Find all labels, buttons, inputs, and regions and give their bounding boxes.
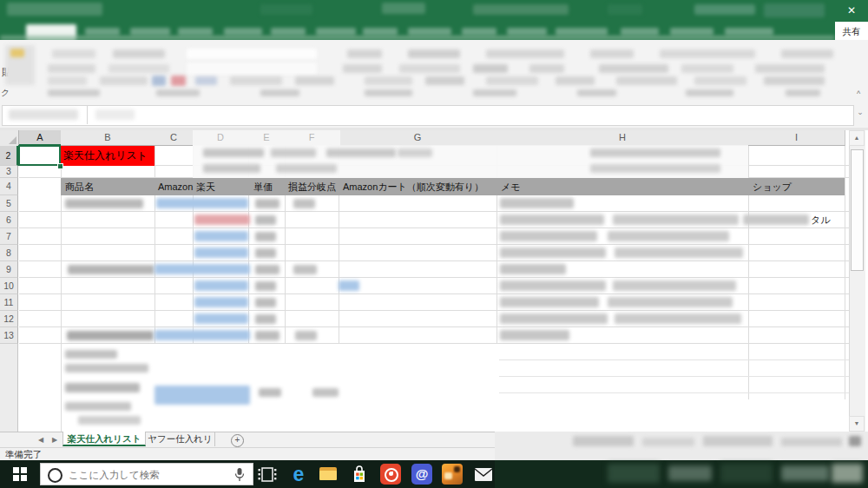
row-header-6[interactable]: 6 [0, 212, 18, 228]
redacted-blob [152, 76, 166, 86]
selected-cell-a2[interactable] [18, 145, 61, 166]
start-button[interactable] [0, 460, 40, 488]
redacted-blob [781, 438, 842, 446]
redacted-blob [48, 76, 87, 85]
color-app-button[interactable] [440, 464, 464, 485]
redacted-ribbon-tab[interactable] [408, 28, 451, 36]
redacted-name-box[interactable] [9, 109, 78, 120]
redacted-blob [259, 388, 281, 397]
redacted-cell-text [608, 297, 733, 307]
row-header-8[interactable]: 8 [0, 245, 18, 261]
at-app-button[interactable]: @ [410, 464, 434, 485]
tab-yahoo-list[interactable]: ヤフー仕入れリスト [146, 432, 215, 446]
redacted-ribbon-tab[interactable] [556, 28, 608, 36]
redacted-link[interactable] [156, 198, 248, 208]
task-view-button[interactable] [255, 464, 279, 485]
header-amazon-cart: Amazonカート（順次変動有り） [343, 178, 483, 195]
redacted-ribbon-tab[interactable] [178, 28, 213, 36]
red-app-button[interactable] [378, 464, 403, 485]
redacted-cell-text [500, 231, 597, 241]
redacted-link[interactable] [194, 231, 248, 241]
close-button[interactable]: ✕ [835, 0, 868, 21]
cell-b2-list-title[interactable]: 楽天仕入れリスト [61, 146, 155, 166]
row-header-10[interactable]: 10 [0, 278, 18, 294]
redacted-blob [326, 148, 396, 157]
redacted-blob [52, 49, 95, 58]
header-amazon: Amazon [158, 178, 193, 195]
file-explorer-button[interactable] [317, 464, 341, 485]
column-header-h[interactable]: H [496, 130, 749, 146]
redacted-blob [65, 350, 117, 359]
ribbon-tab-row [0, 24, 835, 40]
redacted-ribbon-tab[interactable] [363, 28, 398, 36]
redacted-window-controls [764, 3, 825, 17]
select-all-corner[interactable] [0, 130, 19, 147]
edge-button[interactable]: e [286, 464, 311, 485]
redacted-ribbon-tab[interactable] [224, 28, 262, 36]
table-header-row[interactable]: 商品名 Amazon 楽天 単価 損益分岐点 Amazonカート（順次変動有り）… [61, 178, 845, 195]
column-header-a[interactable]: A [19, 130, 62, 146]
row-header-2[interactable]: 2 [0, 146, 18, 166]
redacted-link[interactable] [155, 386, 250, 405]
redacted-window-title [473, 4, 569, 15]
store-button[interactable] [347, 464, 372, 485]
header-memo: メモ [501, 178, 521, 195]
cell-i6-visible-fragment: タル [811, 214, 831, 227]
redacted-font-box[interactable] [187, 49, 317, 59]
search-input[interactable] [67, 466, 227, 484]
tab-nav-next-icon[interactable]: ▶ [52, 436, 57, 444]
share-button[interactable]: 共有 [835, 22, 868, 40]
row-header-9[interactable]: 9 [0, 261, 18, 278]
redacted-blob [573, 436, 634, 446]
redacted-link[interactable] [155, 264, 250, 274]
row-header-13[interactable]: 13 [0, 327, 18, 344]
redacted-ribbon-tab[interactable] [462, 28, 496, 36]
redacted-blob [473, 64, 508, 73]
redacted-cell-text [255, 248, 276, 258]
row-header-5[interactable]: 5 [0, 195, 18, 212]
column-header-c[interactable]: C [155, 130, 194, 146]
microphone-icon[interactable] [233, 467, 246, 483]
redacted-ribbon-tab[interactable] [85, 28, 120, 36]
redacted-ribbon-tab[interactable] [271, 28, 306, 36]
redacted-link[interactable] [339, 280, 359, 291]
redacted-ribbon-tab[interactable] [670, 28, 713, 36]
scroll-down-icon[interactable]: ▼ [849, 416, 865, 432]
redacted-link[interactable] [194, 280, 248, 291]
redacted-ribbon-tab[interactable] [130, 28, 170, 36]
redacted-cell-text [255, 199, 279, 208]
redacted-link[interactable] [194, 297, 248, 307]
fill-handle[interactable] [57, 163, 63, 169]
cortana-icon [48, 468, 62, 483]
mail-button[interactable] [471, 464, 496, 485]
row-header-3[interactable]: 3 [0, 166, 18, 178]
formula-bar-expand-icon[interactable]: ⌄ [855, 108, 865, 122]
row-header-7[interactable]: 7 [0, 228, 18, 245]
column-header-g[interactable]: G [339, 130, 497, 146]
scrollbar-thumb[interactable] [851, 149, 864, 271]
redacted-ribbon-tab[interactable] [316, 28, 356, 36]
redacted-blob [399, 64, 460, 73]
scroll-up-icon[interactable]: ▲ [849, 130, 865, 146]
redacted-group-label [473, 89, 516, 96]
ribbon-collapse-icon[interactable]: ^ [852, 89, 865, 100]
row-header-11[interactable]: 11 [0, 294, 18, 311]
redacted-ribbon-tab[interactable] [621, 28, 659, 36]
redacted-link[interactable] [155, 330, 250, 340]
add-sheet-icon[interactable]: + [231, 434, 244, 447]
redacted-cell-text [500, 297, 599, 307]
tab-rakuten-list[interactable]: 楽天仕入れリスト [62, 432, 146, 446]
row-header-4[interactable]: 4 [0, 178, 18, 195]
column-header-i[interactable]: I [748, 130, 845, 146]
redacted-cell-text [65, 199, 143, 208]
tab-nav-prev-icon[interactable]: ◀ [38, 436, 43, 444]
redacted-link[interactable] [194, 313, 248, 324]
redacted-cell-text [255, 298, 276, 307]
row-header-12[interactable]: 12 [0, 311, 18, 327]
redacted-link[interactable] [194, 247, 248, 258]
redacted-cell-text [293, 199, 315, 208]
taskbar-search[interactable] [40, 463, 253, 485]
redacted-ribbon-tab[interactable] [507, 28, 547, 36]
redacted-ribbon-tab[interactable] [725, 28, 773, 36]
column-header-b[interactable]: B [61, 130, 155, 146]
